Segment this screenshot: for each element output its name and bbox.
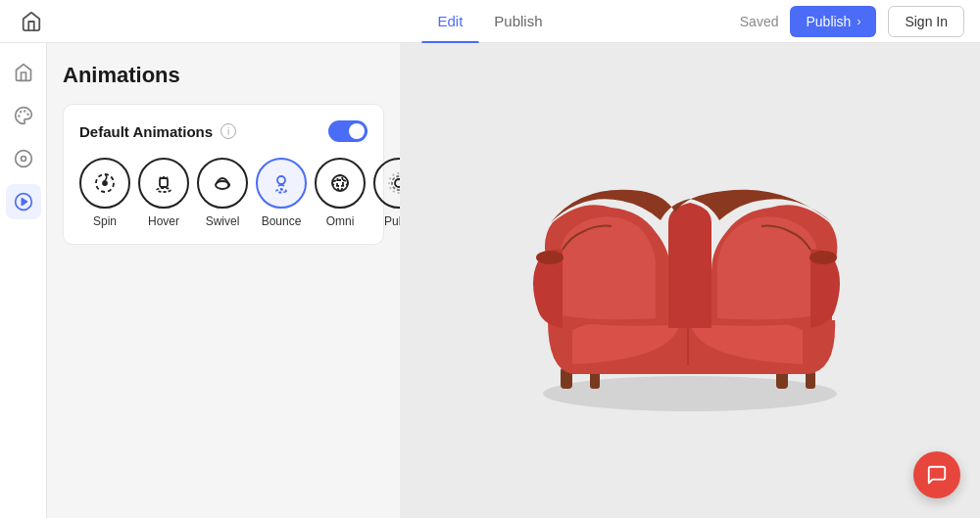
animations-card: Default Animations i Spin xyxy=(63,104,384,245)
tab-edit[interactable]: Edit xyxy=(421,0,478,43)
swivel-label: Swivel xyxy=(206,214,240,228)
panel-title: Animations xyxy=(63,63,384,88)
chevron-right-icon: › xyxy=(857,15,860,28)
svg-rect-11 xyxy=(160,178,168,187)
animation-item-spin[interactable]: Spin xyxy=(79,158,130,228)
svg-point-14 xyxy=(276,190,286,193)
tab-publish[interactable]: Publish xyxy=(478,0,558,43)
canvas-area xyxy=(400,43,980,518)
sidebar-palette-icon[interactable] xyxy=(6,98,41,133)
pulse-label: Pulse xyxy=(384,214,400,228)
svg-point-21 xyxy=(543,376,837,411)
default-animations-label: Default Animations xyxy=(79,123,213,140)
swivel-icon-wrap xyxy=(197,158,248,209)
svg-point-1 xyxy=(27,114,28,115)
svg-point-5 xyxy=(21,157,25,162)
sofa-preview xyxy=(484,144,896,418)
svg-point-9 xyxy=(103,181,107,185)
sidebar-play-icon[interactable] xyxy=(6,184,41,219)
top-nav: Edit Publish Saved Publish › Sign In xyxy=(0,0,980,43)
svg-point-27 xyxy=(536,251,564,264)
hover-label: Hover xyxy=(148,214,179,228)
sidebar-target-icon[interactable] xyxy=(6,141,41,176)
animation-item-omni[interactable]: Omni xyxy=(315,158,366,228)
signin-button[interactable]: Sign In xyxy=(888,6,964,37)
omni-icon-wrap xyxy=(315,158,366,209)
sidebar-home-icon[interactable] xyxy=(6,55,41,90)
svg-point-17 xyxy=(337,175,343,191)
nav-left xyxy=(16,6,47,37)
svg-point-3 xyxy=(19,116,20,117)
svg-point-28 xyxy=(809,251,837,264)
nav-tabs: Edit Publish xyxy=(421,0,558,43)
card-header: Default Animations i xyxy=(79,120,368,142)
svg-point-16 xyxy=(332,180,348,186)
omni-label: Omni xyxy=(326,214,355,228)
chat-bubble-button[interactable] xyxy=(913,451,960,498)
sidebar-icons xyxy=(0,43,47,518)
svg-point-10 xyxy=(157,188,171,192)
spin-icon-wrap xyxy=(79,158,130,209)
home-nav-button[interactable] xyxy=(16,6,47,37)
svg-point-19 xyxy=(392,176,400,190)
svg-point-2 xyxy=(20,112,21,113)
hover-icon-wrap xyxy=(138,158,189,209)
card-header-left: Default Animations i xyxy=(79,123,236,140)
publish-button[interactable]: Publish › xyxy=(790,6,876,37)
svg-point-0 xyxy=(24,111,24,112)
pulse-icon-wrap xyxy=(373,158,400,209)
bounce-icon-wrap xyxy=(256,158,307,209)
svg-point-15 xyxy=(332,175,348,191)
animation-item-bounce[interactable]: Bounce xyxy=(256,158,307,228)
svg-point-4 xyxy=(15,151,31,167)
info-icon[interactable]: i xyxy=(220,123,236,139)
default-animations-toggle[interactable] xyxy=(328,120,368,142)
nav-right: Saved Publish › Sign In xyxy=(740,6,964,37)
animation-item-swivel[interactable]: Swivel xyxy=(197,158,248,228)
main-layout: Animations Default Animations i xyxy=(0,43,980,518)
animation-item-pulse[interactable]: Pulse xyxy=(373,158,400,228)
svg-point-13 xyxy=(277,176,285,184)
left-panel: Animations Default Animations i xyxy=(47,43,400,518)
bounce-label: Bounce xyxy=(262,214,302,228)
animations-row: Spin Hover xyxy=(79,158,368,228)
spin-label: Spin xyxy=(93,214,117,228)
saved-status: Saved xyxy=(740,14,779,29)
svg-marker-7 xyxy=(22,199,26,206)
animation-item-hover[interactable]: Hover xyxy=(138,158,189,228)
